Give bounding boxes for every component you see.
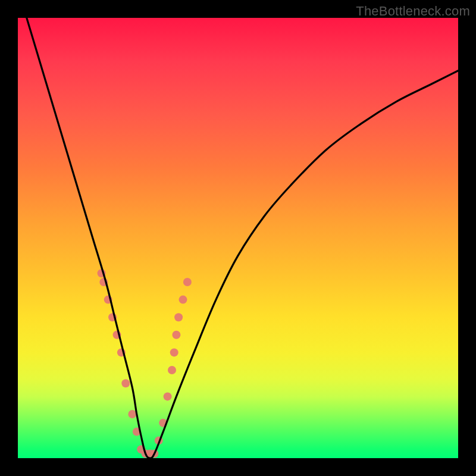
marker-dot xyxy=(174,313,183,321)
marker-dot xyxy=(179,296,187,304)
marker-dot xyxy=(164,392,172,400)
bottleneck-curve xyxy=(27,18,458,458)
watermark-text: TheBottleneck.com xyxy=(356,4,470,19)
plot-area xyxy=(18,18,458,458)
chart-svg xyxy=(18,18,458,458)
marker-layer xyxy=(98,269,192,458)
chart-frame: TheBottleneck.com xyxy=(0,0,476,476)
marker-dot xyxy=(172,331,180,339)
marker-dot xyxy=(168,366,176,374)
marker-dot xyxy=(183,278,192,286)
marker-dot xyxy=(170,348,178,356)
marker-dot xyxy=(121,379,130,387)
marker-dot xyxy=(128,410,136,418)
